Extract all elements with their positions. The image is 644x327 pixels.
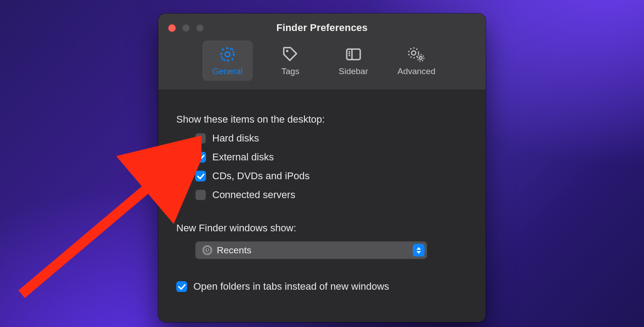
tab-general-label: General: [212, 66, 243, 76]
desktop-items-list: Hard disks External disks CDs, DVDs and …: [195, 133, 468, 201]
traffic-lights: [168, 24, 204, 32]
tab-tags-label: Tags: [282, 66, 300, 76]
tab-sidebar-label: Sidebar: [339, 66, 368, 76]
preferences-toolbar: General Tags: [158, 40, 486, 81]
checkbox-row-cds-dvds-ipods[interactable]: CDs, DVDs and iPods: [195, 170, 468, 182]
svg-point-2: [286, 50, 288, 52]
svg-point-9: [409, 48, 419, 58]
label-hard-disks: Hard disks: [212, 133, 259, 144]
gear-icon: [219, 44, 237, 65]
svg-point-8: [411, 51, 416, 55]
tab-advanced[interactable]: Advanced: [391, 40, 442, 81]
sidebar-icon: [344, 44, 362, 65]
gears-icon: [407, 44, 426, 65]
desktop-background: Finder Preferences General: [0, 0, 644, 327]
clock-icon: [202, 245, 212, 255]
label-connected-servers: Connected servers: [212, 189, 295, 201]
svg-rect-3: [347, 49, 360, 59]
checkbox-external-disks[interactable]: [195, 152, 206, 163]
checkbox-open-in-tabs[interactable]: [176, 281, 187, 292]
new-windows-title: New Finder windows show:: [176, 222, 468, 234]
checkbox-row-hard-disks[interactable]: Hard disks: [195, 133, 468, 144]
label-cds-dvds-ipods: CDs, DVDs and iPods: [212, 170, 309, 182]
checkbox-hard-disks[interactable]: [195, 133, 206, 144]
svg-point-0: [225, 52, 230, 57]
minimize-window-button[interactable]: [182, 24, 190, 32]
tab-tags[interactable]: Tags: [265, 40, 316, 81]
chevron-up-down-icon: [413, 244, 425, 256]
tab-advanced-label: Advanced: [398, 66, 436, 76]
window-title: Finder Preferences: [158, 13, 486, 34]
zoom-window-button[interactable]: [196, 24, 204, 32]
close-window-button[interactable]: [168, 24, 176, 32]
svg-point-10: [419, 57, 422, 59]
titlebar: Finder Preferences General: [158, 13, 486, 90]
tab-sidebar[interactable]: Sidebar: [328, 40, 379, 81]
finder-preferences-window: Finder Preferences General: [158, 13, 486, 322]
content-pane: Show these items on the desktop: Hard di…: [158, 90, 486, 292]
tab-general[interactable]: General: [202, 40, 253, 81]
label-open-in-tabs: Open folders in tabs instead of new wind…: [193, 281, 389, 292]
new-windows-selected: Recents: [217, 245, 251, 256]
checkbox-cds-dvds-ipods[interactable]: [195, 171, 206, 181]
checkbox-row-open-in-tabs[interactable]: Open folders in tabs instead of new wind…: [176, 281, 468, 292]
new-windows-dropdown[interactable]: Recents: [195, 241, 427, 259]
tag-icon: [282, 44, 300, 65]
checkbox-row-external-disks[interactable]: External disks: [195, 151, 468, 163]
svg-point-11: [417, 55, 424, 61]
label-external-disks: External disks: [212, 151, 274, 163]
checkbox-row-connected-servers[interactable]: Connected servers: [195, 189, 468, 201]
checkbox-connected-servers[interactable]: [195, 190, 206, 200]
desktop-items-title: Show these items on the desktop:: [176, 114, 468, 125]
